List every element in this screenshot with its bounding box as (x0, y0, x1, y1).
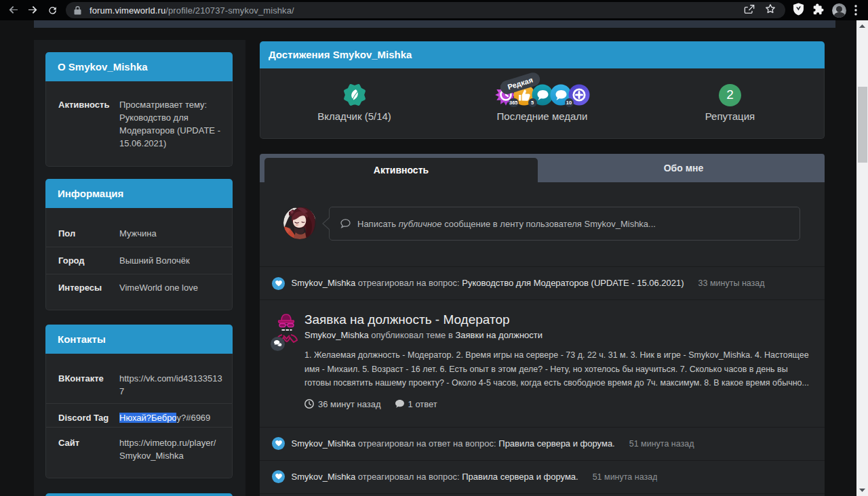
feed-item-time: 51 минута назад (593, 472, 658, 482)
topic-meta: Smykov_Mishka опубликовал теме в Заявки … (304, 329, 810, 342)
feed-item-text: Smykov_Mishka отреагировал на вопрос: Пр… (292, 470, 658, 484)
city-value: Вышний Волочёк (119, 254, 221, 267)
page-background: О Smykov_Mishka Активность Просматривает… (0, 20, 868, 496)
achievements-panel: Достижения Smykov_Mishka Вкладчик (5/14) (260, 41, 825, 139)
share-icon[interactable] (744, 4, 755, 17)
activity-feed: Smykov_Mishka отреагировал на вопрос: Ру… (260, 266, 825, 496)
browser-toolbar: forum.vimeworld.ru/profile/210737-smykov… (0, 0, 868, 20)
browser-profile-avatar[interactable] (832, 3, 846, 18)
feed-item-reaction[interactable]: Smykov_Mishka отреагировал на ответ на в… (260, 427, 825, 460)
rank-badge-icon[interactable] (342, 83, 367, 107)
scroll-up-arrow[interactable] (856, 20, 868, 32)
forward-button[interactable] (23, 0, 42, 20)
contacts-panel: Контакты ВКонтакте https://vk.com/id4313… (45, 325, 233, 478)
rank-column: Вкладчик (5/14) (260, 68, 448, 138)
vk-label: ВКонтакте (58, 372, 119, 398)
shield-extension-icon[interactable] (793, 3, 804, 18)
sidebar: О Smykov_Mishka Активность Просматривает… (34, 40, 245, 496)
main-column: Достижения Smykov_Mishka Вкладчик (5/14) (260, 41, 825, 496)
clock-icon (304, 399, 314, 409)
topic-link[interactable]: Правила сервера и форума. (498, 438, 614, 449)
discord-label: Discord Tag (58, 411, 119, 424)
status-input[interactable]: Написать публичное сообщение в ленту пол… (329, 207, 800, 241)
reputation-badge: 2 (719, 84, 741, 106)
url-path: /profile/210737-smykov_mishka/ (165, 5, 294, 16)
bookmark-star-icon[interactable] (765, 3, 776, 17)
interests-label: Интересы (58, 281, 119, 294)
feed-item-time: 51 минута назад (629, 439, 694, 449)
user-link[interactable]: Smykov_Mishka (292, 472, 356, 482)
info-panel: Информация Пол Мужчина Город Вышний Воло… (45, 179, 233, 310)
feed-item-topic[interactable]: Заявка на должность - Модератор Smykov_M… (260, 299, 825, 427)
tab-activity[interactable]: Активность (264, 158, 538, 182)
heart-reaction-icon (272, 470, 285, 483)
interests-value: VimeWorld one love (119, 281, 221, 294)
feed-item-next-peek (260, 493, 825, 496)
topic-excerpt: 1. Желаемая должность - Модератор. 2. Вр… (304, 348, 810, 390)
scroll-down-arrow[interactable] (856, 484, 868, 496)
back-button[interactable] (4, 0, 23, 20)
viewer-avatar[interactable] (283, 207, 316, 239)
feed-item-time: 33 минуты назад (698, 278, 765, 288)
about-panel-title: О Smykov_Mishka (45, 52, 233, 81)
status-composer: Написать публичное сообщение в ленту пол… (260, 182, 825, 241)
address-bar[interactable]: forum.vimeworld.ru/profile/210737-smykov… (66, 2, 785, 18)
heart-reaction-icon (272, 437, 285, 450)
url-text: forum.vimeworld.ru/profile/210737-smykov… (90, 5, 294, 16)
achievements-title: Достижения Smykov_Mishka (260, 41, 825, 68)
activity-tab-content: Написать публичное сообщение в ленту пол… (260, 182, 825, 496)
discord-rest-text: у?#6969 (176, 413, 210, 423)
extensions-puzzle-icon[interactable] (812, 3, 824, 18)
medals-column: 365 5 (448, 68, 636, 138)
profile-header-strip (34, 20, 835, 28)
site-label: Сайт (58, 436, 119, 462)
topic-replies: 1 ответ (395, 399, 437, 409)
topic-author-avatar[interactable] (273, 312, 302, 358)
scrollbar[interactable] (856, 20, 868, 496)
medal-365-count-badge: 365 (509, 98, 519, 107)
reputation-column: 2 Репутация (636, 68, 824, 138)
feed-item-reaction[interactable]: Smykov_Mishka отреагировал на вопрос: Пр… (260, 460, 825, 493)
scrollbar-thumb[interactable] (858, 87, 867, 163)
medals-label: Последние медали (497, 110, 588, 122)
reply-bubble-icon (395, 400, 404, 408)
topic-link[interactable]: Руководство для Модераторов (UPDATE - 15… (462, 278, 684, 288)
topic-footer: 36 минут назад 1 ответ (304, 399, 810, 409)
status-placeholder: Написать публичное сообщение в ленту пол… (357, 219, 656, 229)
site-link[interactable]: https://vimetop.ru/player/Smykov_Mishka (119, 436, 218, 462)
next-panel-peek (45, 493, 233, 496)
rank-label: Вкладчик (5/14) (317, 110, 391, 122)
url-domain: forum.vimeworld.ru (90, 5, 165, 16)
heart-reaction-icon (272, 277, 285, 290)
gender-label: Пол (58, 227, 119, 240)
medal-likes-count-badge: 5 (528, 98, 537, 107)
vk-link[interactable]: https://vk.com/id431335137 (119, 372, 226, 398)
gender-value: Мужчина (119, 227, 221, 240)
contacts-panel-title: Контакты (45, 325, 233, 354)
topic-title[interactable]: Заявка на должность - Модератор (304, 312, 810, 327)
topic-user-link[interactable]: Smykov_Mishka (304, 330, 369, 340)
bubble-outline-icon (340, 219, 351, 228)
topic-link[interactable]: Правила сервера и форума. (462, 472, 578, 482)
discord-value: Нюхай?Беброу?#6969 (119, 411, 221, 424)
topic-type-icon (271, 337, 285, 351)
topic-forum-link[interactable]: Заявки на должности (455, 330, 542, 340)
city-label: Город (58, 254, 119, 267)
medals-row: 365 5 (495, 83, 590, 107)
activity-value: Просматривает тему: Руководство для Моде… (119, 98, 222, 150)
user-link[interactable]: Smykov_Mishka (292, 278, 356, 288)
feed-item-reaction[interactable]: Smykov_Mishka отреагировал на вопрос: Ру… (260, 266, 825, 299)
lock-icon (74, 6, 81, 15)
user-link[interactable]: Smykov_Mishka (292, 438, 356, 449)
browser-menu-icon[interactable] (854, 5, 857, 16)
medal-messages-count-badge: 10 (565, 98, 574, 107)
info-panel-title: Информация (45, 179, 233, 208)
discord-selected-text: Нюхай?Бебро (119, 413, 176, 423)
profile-tabs: Активность Обо мне (260, 154, 825, 182)
feed-item-text: Smykov_Mishka отреагировал на вопрос: Ру… (292, 276, 765, 291)
reload-button[interactable] (43, 0, 62, 20)
feed-item-text: Smykov_Mishka отреагировал на ответ на в… (292, 436, 694, 451)
about-panel: О Smykov_Mishka Активность Просматривает… (45, 52, 233, 167)
activity-label: Активность (58, 98, 119, 150)
tab-about-me[interactable]: Обо мне (542, 154, 825, 182)
